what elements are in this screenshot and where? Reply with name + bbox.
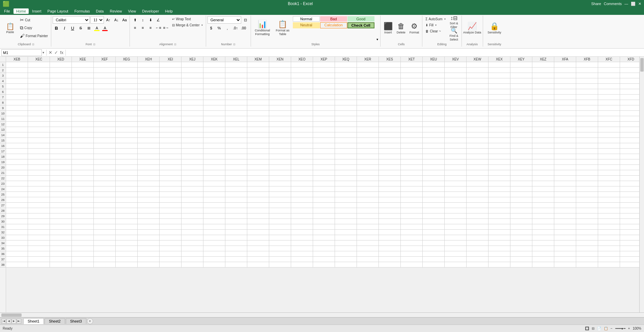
grid-cell[interactable] — [28, 213, 50, 219]
grid-cell[interactable] — [379, 224, 401, 230]
grid-cell[interactable] — [357, 154, 379, 159]
grid-cell[interactable] — [6, 235, 28, 240]
scrollbar-thumb[interactable] — [640, 58, 644, 72]
grid-cell[interactable] — [401, 68, 423, 73]
grid-cell[interactable] — [467, 181, 488, 186]
grid-cell[interactable] — [225, 192, 247, 197]
grid-cell[interactable] — [357, 197, 379, 203]
grid-cell[interactable] — [94, 186, 116, 192]
grid-cell[interactable] — [6, 62, 28, 68]
grid-cell[interactable] — [94, 78, 116, 84]
grid-cell[interactable] — [510, 235, 532, 240]
grid-cell[interactable] — [445, 84, 467, 89]
grid-cell[interactable] — [225, 203, 247, 208]
grid-cell[interactable] — [203, 170, 225, 176]
grid-cell[interactable] — [445, 154, 467, 159]
grid-cell[interactable] — [445, 105, 467, 111]
grid-cell[interactable] — [225, 213, 247, 219]
grid-cell[interactable] — [181, 105, 203, 111]
grid-cell[interactable] — [138, 176, 160, 181]
grid-cell[interactable] — [6, 262, 28, 267]
grid-cell[interactable] — [160, 149, 181, 154]
grid-cell[interactable] — [488, 208, 510, 213]
grid-cell[interactable] — [50, 235, 72, 240]
grid-cell[interactable] — [445, 224, 467, 230]
grid-cell[interactable] — [620, 100, 639, 105]
grid-cell[interactable] — [467, 213, 488, 219]
grid-cell[interactable] — [335, 78, 357, 84]
grid-cell[interactable] — [72, 257, 94, 262]
grid-cell[interactable] — [335, 68, 357, 73]
decrease-indent-button[interactable]: ←≡ — [155, 24, 162, 31]
layout-page-icon[interactable]: 📄 — [597, 327, 601, 330]
grid-cell[interactable] — [94, 105, 116, 111]
grid-cell[interactable] — [116, 68, 138, 73]
grid-cell[interactable] — [203, 78, 225, 84]
grid-cell[interactable] — [116, 251, 138, 257]
formula-confirm-icon[interactable]: ✓ — [54, 50, 58, 55]
grid-cell[interactable] — [335, 149, 357, 154]
grid-cell[interactable] — [269, 192, 291, 197]
grid-cell[interactable] — [488, 62, 510, 68]
grid-cell[interactable] — [313, 62, 335, 68]
copy-button[interactable]: ⧉ Copy — [18, 24, 50, 32]
grid-cell[interactable] — [620, 127, 639, 132]
grid-cell[interactable] — [94, 68, 116, 73]
grid-cell[interactable] — [598, 138, 620, 143]
grid-cell[interactable] — [160, 78, 181, 84]
grid-cell[interactable] — [357, 100, 379, 105]
grid-cell[interactable] — [423, 132, 445, 138]
grid-cell[interactable] — [576, 111, 598, 116]
grid-cell[interactable] — [291, 116, 313, 122]
grid-cell[interactable] — [445, 257, 467, 262]
alignment-expand-icon[interactable]: ⊡ — [174, 43, 176, 46]
grid-cell[interactable] — [50, 203, 72, 208]
grid-cell[interactable] — [138, 240, 160, 246]
grid-cell[interactable] — [488, 262, 510, 267]
grid-cell[interactable] — [291, 89, 313, 95]
format-as-table-button[interactable]: 📋 Format asTable — [273, 16, 292, 41]
grid-cell[interactable] — [203, 208, 225, 213]
grid-cell[interactable] — [181, 122, 203, 127]
grid-cell[interactable] — [379, 235, 401, 240]
grid-cell[interactable] — [72, 111, 94, 116]
change-case-button[interactable]: Aa — [121, 16, 128, 24]
grid-cell[interactable] — [510, 176, 532, 181]
grid-cell[interactable] — [620, 84, 639, 89]
grid-cell[interactable] — [181, 138, 203, 143]
grid-cell[interactable] — [116, 122, 138, 127]
grid-cell[interactable] — [138, 186, 160, 192]
grid-cell[interactable] — [72, 197, 94, 203]
grid-cell[interactable] — [116, 132, 138, 138]
grid-cell[interactable] — [488, 192, 510, 197]
name-box-dropdown[interactable]: ▾ — [43, 51, 44, 54]
grid-cell[interactable] — [28, 235, 50, 240]
grid-cell[interactable] — [510, 62, 532, 68]
grid-cell[interactable] — [620, 111, 639, 116]
grid-cell[interactable] — [28, 68, 50, 73]
grid-cell[interactable] — [72, 127, 94, 132]
grid-cell[interactable] — [423, 197, 445, 203]
grid-cell[interactable] — [269, 127, 291, 132]
grid-cell[interactable] — [467, 186, 488, 192]
grid-cell[interactable] — [94, 246, 116, 251]
grid-cell[interactable] — [488, 230, 510, 235]
grid-cell[interactable] — [160, 197, 181, 203]
grid-cell[interactable] — [532, 89, 554, 95]
grid-cell[interactable] — [576, 165, 598, 170]
grid-cell[interactable] — [488, 197, 510, 203]
grid-cell[interactable] — [181, 143, 203, 149]
grid-cell[interactable] — [116, 100, 138, 105]
grid-cell[interactable] — [116, 116, 138, 122]
grid-cell[interactable] — [423, 68, 445, 73]
grid-cell[interactable] — [181, 84, 203, 89]
col-header-XEE[interactable]: XEE — [72, 57, 94, 62]
grid-cell[interactable] — [313, 100, 335, 105]
grid-cell[interactable] — [138, 95, 160, 100]
grid-cell[interactable] — [488, 219, 510, 224]
grid-cell[interactable] — [379, 78, 401, 84]
grid-cell[interactable] — [488, 105, 510, 111]
col-header-XEG[interactable]: XEG — [116, 57, 138, 62]
grid-cell[interactable] — [423, 149, 445, 154]
grid-cell[interactable] — [510, 105, 532, 111]
